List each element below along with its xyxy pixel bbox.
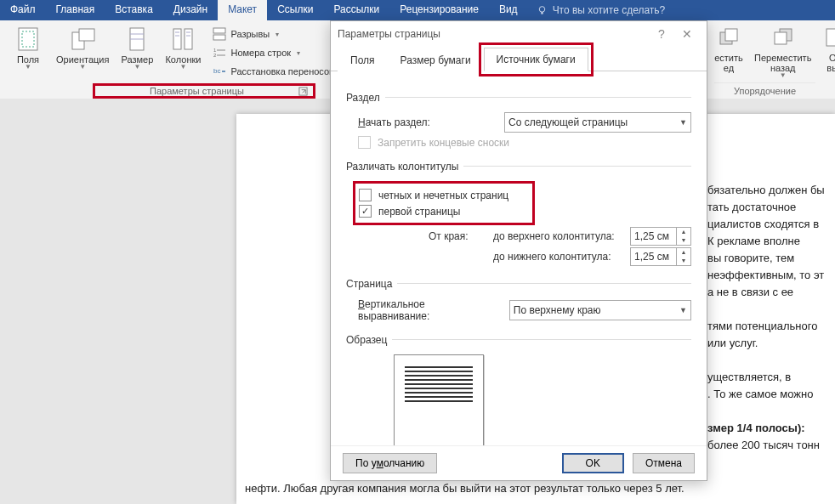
hyphenation-icon: bc [213, 65, 226, 78]
body-text: . То же самое можно [707, 386, 826, 403]
preview-thumbnail [394, 354, 484, 445]
dialog-launcher-icon[interactable] [298, 87, 308, 96]
send-backward-button[interactable]: Переместить назад ▼ [749, 22, 816, 81]
section-start-select[interactable]: Со следующей страницы ▼ [504, 112, 691, 133]
svg-rect-15 [213, 28, 225, 33]
svg-text:2: 2 [213, 53, 217, 58]
tell-me-label: Что вы хотите сделать? [553, 4, 666, 16]
tab-mailings[interactable]: Рассылки [323, 0, 389, 20]
line-numbers-icon: 12 [213, 46, 226, 59]
suppress-endnotes-checkbox[interactable] [358, 136, 371, 149]
chevron-down-icon: ▼ [679, 118, 687, 127]
arrange-group-text: Упорядочение [734, 86, 796, 96]
chevron-down-icon: ▼ [133, 63, 140, 71]
selection-pane-label2: выд [826, 63, 835, 73]
tab-review[interactable]: Рецензирование [389, 0, 489, 20]
breaks-label: Разрывы [230, 29, 270, 39]
header-distance-spinner[interactable]: 1,25 см ▲▼ [630, 227, 691, 246]
chevron-down-icon: ▼ [25, 63, 31, 71]
tab-layout[interactable]: Макет [218, 0, 267, 20]
valign-value: По верхнему краю [514, 304, 601, 316]
svg-rect-24 [725, 29, 737, 41]
tell-me-search[interactable]: Что вы хотите сделать? [528, 0, 674, 20]
columns-button[interactable]: Колонки ▼ [160, 24, 206, 72]
body-text: бязательно должен бы [707, 182, 826, 199]
tab-design[interactable]: Дизайн [163, 0, 218, 20]
section-start-value: Со следующей страницы [508, 116, 628, 128]
body-text: змер 1/4 полосы): [707, 420, 826, 437]
header-distance-value: 1,25 см [631, 230, 676, 242]
first-page-checkbox[interactable]: ✓ [359, 205, 372, 218]
margins-icon [14, 25, 42, 53]
section-heading: Раздел [346, 92, 380, 104]
tab-paper-source[interactable]: Источник бумаги [484, 48, 588, 71]
page-setup-group-label: Параметры страницы [93, 83, 315, 99]
dialog-titlebar: Параметры страницы ? ✕ [331, 21, 707, 47]
tab-view[interactable]: Вид [489, 0, 528, 20]
chevron-down-icon: ▾ [297, 49, 300, 57]
spinner-up-icon[interactable]: ▲ [677, 228, 690, 236]
set-default-button[interactable]: По умолчанию [343, 453, 437, 473]
tab-references[interactable]: Ссылки [267, 0, 323, 20]
breaks-icon [213, 27, 226, 41]
selection-pane-button[interactable]: Об выд [816, 22, 835, 81]
preview-heading: Образец [346, 334, 387, 346]
page-setup-group: Поля ▼ Ориентация ▼ Размер ▼ Колонки ▼ [0, 20, 355, 82]
body-text: или услуг. [707, 335, 826, 352]
help-button[interactable]: ? [649, 27, 674, 41]
valign-label: Вертикальное выравнивание: [358, 298, 496, 322]
svg-text:bc: bc [213, 67, 220, 75]
size-button[interactable]: Размер ▼ [114, 24, 160, 72]
margins-button[interactable]: Поля ▼ [5, 24, 51, 72]
send-backward-icon [770, 24, 797, 51]
spinner-down-icon[interactable]: ▼ [677, 236, 690, 245]
size-icon [123, 25, 151, 53]
cancel-button[interactable]: Отмена [633, 453, 695, 473]
spinner-down-icon[interactable]: ▼ [677, 257, 690, 265]
odd-even-checkbox[interactable] [359, 189, 372, 201]
close-button[interactable]: ✕ [674, 27, 700, 41]
svg-rect-27 [826, 29, 835, 46]
columns-icon [169, 25, 196, 53]
svg-rect-16 [213, 35, 225, 40]
hyphenation-label: Расстановка переносов [230, 66, 333, 76]
bring-forward-icon [715, 24, 742, 51]
tab-paper[interactable]: Размер бумаги [388, 48, 484, 71]
breaks-button[interactable]: Разрывы▾ [209, 25, 346, 42]
hyphenation-button[interactable]: bc Расстановка переносов▾ [209, 63, 346, 80]
tab-margins[interactable]: Поля [338, 48, 388, 71]
footer-distance-spinner[interactable]: 1,25 см ▲▼ [630, 247, 691, 266]
svg-rect-2 [19, 28, 37, 50]
selection-pane-icon [821, 24, 835, 51]
svg-point-0 [539, 6, 545, 12]
orientation-icon [69, 25, 96, 53]
bring-forward-label: естить ед [714, 53, 743, 73]
svg-rect-1 [541, 12, 542, 14]
chevron-down-icon: ▼ [79, 63, 86, 71]
odd-even-label: четных и нечетных страниц [378, 190, 508, 201]
bring-forward-button[interactable]: естить ед [708, 22, 749, 81]
body-text: нефти. Любая другая компания могла бы вы… [245, 480, 826, 497]
footer-distance-value: 1,25 см [631, 251, 676, 263]
body-text: тями потенциального [707, 318, 826, 335]
dialog-title: Параметры страницы [338, 28, 440, 40]
tab-insert[interactable]: Вставка [105, 0, 163, 20]
tab-home[interactable]: Главная [46, 0, 105, 20]
spinner-up-icon[interactable]: ▲ [677, 248, 690, 257]
line-numbers-label: Номера строк [230, 48, 291, 58]
footer-distance-label: до нижнего колонтитула: [493, 251, 625, 263]
body-text: циалистов сходятся в [707, 216, 826, 233]
from-edge-label: От края: [429, 230, 488, 242]
lightbulb-icon [537, 5, 548, 16]
line-numbers-button[interactable]: 12 Номера строк▾ [209, 44, 346, 61]
svg-rect-26 [775, 32, 787, 44]
dialog-body: Раздел ННачать раздел:ачать раздел: Со с… [331, 71, 707, 445]
body-text: вы говорите, тем [707, 250, 826, 267]
ok-button[interactable]: OK [562, 453, 624, 473]
tab-file[interactable]: Файл [0, 0, 46, 20]
valign-select[interactable]: По верхнему краю ▼ [509, 300, 691, 320]
body-text: неэффективным, то эт [707, 267, 826, 284]
orientation-button[interactable]: Ориентация ▼ [51, 24, 114, 72]
page-heading: Страница [346, 278, 392, 290]
suppress-endnotes-label: Запретить концевые сноски [378, 137, 509, 149]
